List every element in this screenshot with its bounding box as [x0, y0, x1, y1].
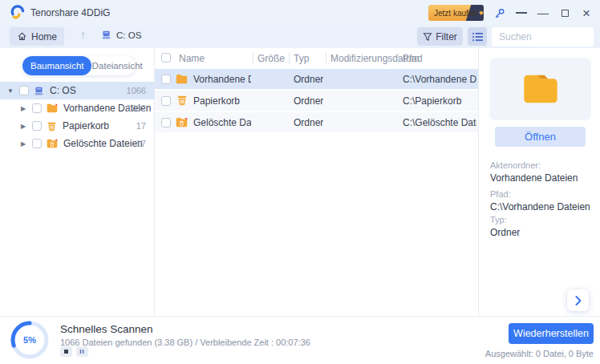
open-button[interactable]: Öffnen [495, 127, 586, 147]
tree-item-count: 1032 [127, 103, 146, 113]
buy-now-button[interactable]: Jetzt kaufen [428, 5, 484, 21]
home-label: Home [31, 31, 57, 42]
filter-label: Filter [436, 31, 457, 42]
folder-tree: ▼ C: OS 1066 ▶ Vorhandene Dateien 10 [0, 82, 154, 152]
diamond-icon [479, 8, 484, 18]
detail-label: Aktenordner: [490, 160, 596, 170]
column-header-type[interactable]: Typ [294, 53, 309, 64]
column-divider [289, 53, 290, 64]
drive-icon [101, 30, 111, 40]
cell-type: Ordner [294, 117, 323, 128]
cell-name: Gelöschte Dat... [193, 117, 251, 128]
brand: Tenorshare 4DDiG [0, 4, 110, 22]
expand-arrow-icon[interactable]: ▶ [19, 105, 27, 112]
tree-item-count: 1066 [127, 86, 146, 95]
row-checkbox[interactable] [161, 96, 171, 106]
folder-trash-icon [176, 117, 188, 127]
tree-item-count: 17 [136, 139, 146, 148]
folder-icon [522, 73, 559, 105]
tree-item-label: Papierkorb [63, 120, 109, 131]
pause-scan-button[interactable]: II [76, 346, 88, 357]
table-row[interactable]: Papierkorb Ordner C:\Papierkorb [155, 91, 478, 111]
app-logo-icon [10, 4, 25, 22]
column-header-path[interactable]: Pfad [403, 53, 423, 64]
row-checkbox[interactable] [161, 118, 171, 127]
select-all-checkbox[interactable] [161, 53, 171, 63]
search-input[interactable] [492, 31, 600, 42]
filter-funnel-icon [423, 32, 432, 42]
column-divider [253, 53, 253, 64]
tree-item-existing-files[interactable]: ▶ Vorhandene Dateien 1032 [0, 99, 154, 117]
folder-icon [176, 74, 188, 84]
tree-item-deleted-files[interactable]: ▶ Gelöschte Dateien 17 [0, 135, 154, 152]
filter-button[interactable]: Filter [417, 27, 463, 46]
statusbar: 5% Schnelles Scannen 1066 Dateien gefund… [0, 316, 600, 364]
list-view-icon [472, 32, 483, 42]
cell-path: C:\Vorhandene Dat... [403, 74, 476, 85]
trash-icon [176, 95, 188, 106]
folder-trash-icon [47, 139, 58, 148]
titlebar: Tenorshare 4DDiG Jetzt kaufen — [0, 0, 600, 26]
table-header: Name Größe Typ Modifizierungsdatum Pfad [155, 48, 478, 69]
expand-arrow-icon[interactable]: ▶ [19, 140, 27, 148]
progress-percent: 5% [9, 319, 51, 361]
expand-arrow-icon[interactable]: ▶ [19, 123, 27, 130]
drive-icon [34, 86, 44, 96]
register-key-icon[interactable] [494, 7, 505, 18]
tree-checkbox[interactable] [32, 121, 42, 131]
detail-value: Vorhandene Dateien [490, 172, 596, 184]
recover-button[interactable]: Wiederherstellen [509, 323, 594, 344]
column-divider [326, 53, 326, 64]
tab-file-view[interactable]: Dateiansicht [91, 56, 142, 75]
detail-field: Typ: Ordner [490, 215, 596, 238]
chevron-right-icon [574, 296, 582, 305]
next-file-button[interactable] [567, 289, 589, 311]
app-window: Tenorshare 4DDiG Jetzt kaufen — [0, 0, 600, 364]
navigate-up-icon[interactable]: ↑ [80, 28, 86, 41]
scan-title: Schnelles Scannen [60, 323, 153, 335]
folder-icon [47, 103, 58, 113]
home-button[interactable]: Home [10, 27, 64, 46]
breadcrumb-drive-label: C: OS [116, 30, 141, 40]
search-field [492, 27, 594, 47]
detail-field: Aktenordner: Vorhandene Dateien [490, 160, 596, 184]
table-row[interactable]: Gelöschte Dat... Ordner C:\Gelöschte Dat… [155, 112, 478, 132]
detail-label: Pfad: [490, 189, 596, 199]
view-tabs: Baumansicht Dateiansicht [22, 56, 136, 75]
breadcrumb[interactable]: C: OS [101, 30, 141, 40]
file-table: Name Größe Typ Modifizierungsdatum Pfad … [155, 48, 479, 316]
table-row[interactable]: Vorhandene D... Ordner C:\Vorhandene Dat… [155, 69, 478, 89]
tree-checkbox[interactable] [32, 139, 42, 148]
row-checkbox[interactable] [161, 75, 171, 84]
sidebar: Baumansicht Dateiansicht ▼ C: OS 1066 ▶ [0, 48, 155, 316]
preview-panel: Öffnen Aktenordner: Vorhandene Dateien P… [480, 48, 600, 316]
buy-now-label: Jetzt kaufen [428, 9, 477, 18]
column-header-size[interactable]: Größe [257, 53, 285, 64]
minimize-button[interactable]: — [537, 7, 549, 18]
menu-icon[interactable] [516, 7, 527, 18]
tab-tree-view[interactable]: Baumansicht [22, 56, 91, 75]
scan-progress-ring: 5% [9, 319, 51, 361]
detail-label: Typ: [490, 215, 596, 224]
close-button[interactable]: × [581, 7, 592, 18]
tree-item-drive[interactable]: ▼ C: OS 1066 [0, 82, 154, 99]
home-icon [17, 31, 27, 42]
column-divider [398, 53, 399, 64]
view-options-button[interactable] [468, 27, 487, 46]
maximize-button[interactable] [559, 7, 570, 18]
detail-value: C:\Vorhandene Dateien [490, 201, 596, 212]
column-header-name[interactable]: Name [179, 53, 205, 64]
pause-icon: II [79, 349, 84, 355]
stop-scan-button[interactable] [60, 346, 72, 357]
tree-item-recycle-bin[interactable]: ▶ Papierkorb 17 [0, 117, 154, 135]
cell-name: Vorhandene D... [193, 74, 251, 85]
cell-name: Papierkorb [193, 95, 251, 107]
tree-item-label: Gelöschte Dateien [63, 138, 143, 149]
expand-arrow-icon[interactable]: ▼ [6, 87, 14, 95]
preview-thumbnail [489, 58, 591, 120]
navigation-toolbar: Home ↑ C: OS Filter [0, 26, 600, 48]
trash-icon [47, 121, 57, 131]
tree-checkbox[interactable] [19, 86, 29, 95]
tree-checkbox[interactable] [32, 103, 42, 113]
detail-field: Pfad: C:\Vorhandene Dateien [490, 189, 596, 212]
